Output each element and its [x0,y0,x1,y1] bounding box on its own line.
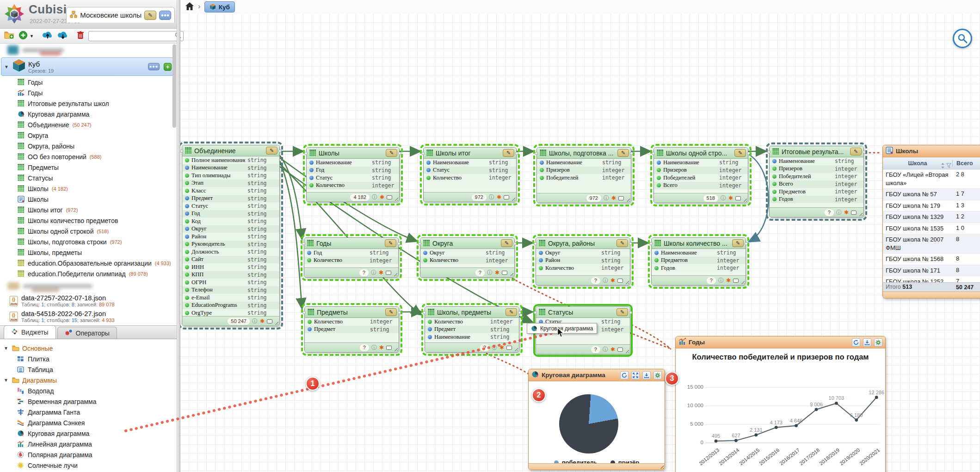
info-icon[interactable]: ⓘ [492,345,497,350]
edit-node-button[interactable]: ✎ [616,239,628,247]
comment-icon[interactable] [735,196,741,200]
node-header[interactable]: Школы, подготовка ...✎ [537,148,631,159]
resize-grip[interactable] [858,211,863,216]
info-icon[interactable]: ⓘ [604,195,609,201]
node-okruga[interactable]: Округа✎ОкругstringКоличествоinteger?ⓘ✱ [420,237,515,278]
widget-item-tile[interactable]: Плитка [0,354,177,364]
edit-node-button[interactable]: ✎ [385,239,396,247]
edit-node-button[interactable]: ✎ [617,149,629,157]
tree-item[interactable]: Округа [0,130,177,141]
table-row[interactable]: ГБОУ школа № 571 7 [883,189,980,200]
download-widget-button[interactable] [642,371,651,379]
output-port[interactable] [629,242,632,245]
pie-widget-header[interactable]: Круговая диаграмма [529,369,665,381]
output-port[interactable] [398,152,401,155]
resize-grip[interactable] [740,279,745,284]
table-row[interactable]: ГБОУ школа № 13291 2 [883,211,980,223]
tree-item[interactable]: Школы итог(972) [0,205,177,215]
delete-button[interactable] [77,31,84,41]
resize-grip[interactable] [625,197,630,202]
input-port[interactable] [302,311,306,314]
settings-icon[interactable]: ✱ [260,318,265,324]
expand-button[interactable] [631,371,640,379]
tree-item[interactable]: Итоговые результаты школ [0,98,177,109]
comment-icon[interactable] [618,196,624,200]
output-port[interactable] [515,152,518,155]
add-item-caret[interactable]: ▼ [30,34,34,38]
panel-splitter[interactable] [177,0,180,472]
add-item-button[interactable] [18,31,28,42]
info-icon[interactable]: ⓘ [721,195,726,201]
node-header[interactable]: Статусы✎ [536,307,630,318]
node-okruga-rayony[interactable]: Округа, районы✎ОкругstringРайонstringКол… [536,237,630,286]
table-row[interactable]: ГБОУ «Лицей «Вторая школа»2 8 [883,169,980,189]
node-gody[interactable]: Годы✎ГодstringКоличествоinteger?ⓘ✱ [304,237,399,278]
node-podgotovka[interactable]: Школы, подготовка ...✎Наименованиеstring… [536,147,631,203]
resize-grip[interactable] [393,272,397,276]
edit-node-button[interactable]: ✎ [850,148,862,155]
line-widget-header[interactable]: Годы [676,336,885,348]
tree-item[interactable]: Статусы [0,173,177,183]
tree-item[interactable]: Предметы [0,162,177,173]
info-icon[interactable]: ⓘ [371,270,376,275]
tree-item[interactable]: Круговая диаграмма [0,109,177,119]
edit-node-button[interactable]: ✎ [501,239,512,247]
resize-grip[interactable] [511,196,515,201]
widget-folder[interactable]: ▼Диаграммы [0,375,177,385]
canvas-search-button[interactable] [953,29,972,48]
info-icon[interactable]: ⓘ [371,345,377,350]
widget-item-pie[interactable]: Круговая диаграмма [0,428,177,439]
node-kolichestvo[interactable]: Школы количество ...✎НаименованиеstringП… [651,237,746,286]
table-row[interactable]: ГБОУ школа № 1791 3 [883,200,980,212]
info-icon[interactable]: ⓘ [372,194,377,200]
widget-item-sankey[interactable]: Диаграмма Сэнкея [0,417,177,428]
node-predmety[interactable]: Предметы✎КоличествоintegerПредметstring?… [304,306,399,353]
resize-grip[interactable] [274,320,278,325]
comment-icon[interactable] [851,211,857,215]
column-school[interactable]: Школа [883,160,952,167]
info-icon[interactable]: ⓘ [603,278,608,283]
tree-item[interactable]: Школы одной строкой(518) [0,226,177,236]
input-port[interactable] [534,311,537,314]
sidebar-scrollbar[interactable] [173,44,176,128]
resize-grip[interactable] [742,197,747,202]
settings-icon[interactable]: ✱ [728,195,733,201]
settings-gear-button[interactable] [653,371,662,379]
node-header[interactable]: Округа, районы✎ [536,238,630,249]
table-row[interactable]: ГБОУ школа № 1718 [883,265,980,277]
settings-icon[interactable]: ✱ [495,270,499,275]
resize-grip[interactable] [509,272,513,276]
edit-node-button[interactable]: ✎ [266,147,277,155]
resize-grip[interactable] [513,347,518,351]
edit-node-button[interactable]: ✎ [503,149,514,157]
input-port[interactable] [304,152,308,155]
output-port[interactable] [513,242,517,245]
table-row[interactable]: ГБОУ школа № 15688 [883,254,980,265]
comment-icon[interactable] [506,346,512,350]
input-port[interactable] [767,150,770,154]
download-widget-button[interactable] [863,338,871,347]
output-port[interactable] [863,150,866,154]
output-port[interactable] [629,311,632,314]
diagram-canvas[interactable]: Объединение✎Полное наименованиеstringНаи… [180,14,980,472]
upload-button[interactable] [42,31,53,41]
refresh-button[interactable] [852,338,860,347]
settings-icon[interactable]: ✱ [610,347,615,352]
input-port[interactable] [423,311,426,314]
resize-grip[interactable] [659,464,664,469]
input-port[interactable] [652,152,655,155]
node-header[interactable]: Годы✎ [304,238,398,249]
project-menu-button[interactable]: ●●● [159,11,171,20]
widget-item-polar[interactable]: Полярная диаграмма [0,449,177,460]
tree-item[interactable]: Округа, районы [0,141,177,151]
file-item[interactable]: {}JSONdata-27257-2022-07-18.jsonТаблиц: … [0,293,177,309]
resize-grip[interactable] [624,348,629,353]
settings-icon[interactable]: ✱ [499,345,504,350]
column-total[interactable]: Всего [952,160,980,167]
tree-item[interactable]: Объединение(50 247) [0,119,177,130]
tree-item[interactable]: education.Образовательные организации(4 … [0,258,177,268]
node-odnoy-strokoy[interactable]: Школы одной стро...✎НаименованиеstringПр… [653,147,748,203]
input-port[interactable] [649,242,653,245]
settings-icon[interactable]: ✱ [610,278,615,283]
tree-item[interactable]: Школы количество предметов [0,215,177,226]
